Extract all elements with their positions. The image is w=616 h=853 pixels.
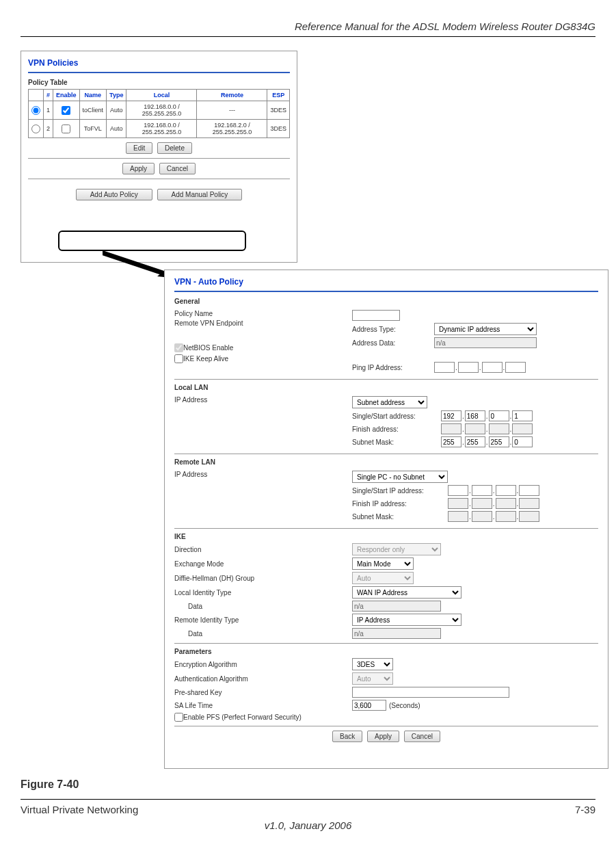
address-data-input[interactable] [434, 337, 537, 348]
cell-num: 2 [44, 120, 53, 138]
local-id-select[interactable]: WAN IP Address [352, 586, 461, 599]
add-manual-policy-button[interactable]: Add Manual Policy [157, 189, 243, 200]
ike-keepalive-label: IKE Keep Alive [183, 355, 228, 363]
cancel-button[interactable]: Cancel [404, 731, 440, 742]
ip-octet-input[interactable] [472, 498, 492, 509]
sa-input[interactable] [352, 700, 386, 711]
cell-type: Auto [107, 101, 126, 120]
row-select-radio[interactable] [31, 106, 40, 115]
dh-select[interactable]: Auto [352, 572, 414, 584]
back-button[interactable]: Back [332, 731, 362, 742]
cancel-button[interactable]: Cancel [159, 163, 196, 174]
ip-octet-input[interactable] [512, 436, 533, 447]
ip-octet-input[interactable] [489, 423, 509, 434]
ip-octet-input[interactable] [472, 511, 492, 522]
arrow-icon [103, 250, 171, 278]
remote-data-input[interactable] [352, 628, 441, 639]
th-enable: Enable [53, 90, 80, 101]
ip-octet-input[interactable] [519, 498, 539, 509]
cell-num: 1 [44, 101, 53, 120]
row-enable-checkbox[interactable] [62, 124, 70, 133]
page-footer: Virtual Private Networking 7-39 v1.0, Ja… [21, 799, 595, 831]
cell-local: 192.168.0.0 / 255.255.255.0 [126, 120, 197, 138]
params-head: Parameters [174, 648, 598, 655]
remote-ip-type-select[interactable]: Single PC - no Subnet [352, 471, 448, 483]
row-select-radio[interactable] [31, 124, 40, 133]
policy-name-label: Policy Name [174, 310, 311, 317]
ping-ip-group: ... [434, 362, 526, 373]
ip-octet-input[interactable] [496, 485, 516, 496]
cell-local: 192.168.0.0 / 255.255.255.0 [126, 101, 197, 120]
ip-octet-input[interactable] [448, 511, 468, 522]
svg-marker-0 [103, 250, 164, 275]
ip-octet-input[interactable] [472, 485, 492, 496]
ip-octet-input[interactable] [482, 362, 503, 373]
direction-select[interactable]: Responder only [352, 543, 441, 555]
remote-id-select[interactable]: IP Address [352, 614, 461, 626]
psk-input[interactable] [352, 687, 509, 698]
ip-octet-input[interactable] [512, 410, 533, 421]
ip-octet-input[interactable] [448, 498, 468, 509]
row-enable-checkbox[interactable] [62, 106, 70, 115]
pfs-checkbox[interactable] [174, 713, 183, 722]
vpn-auto-title: VPN - Auto Policy [174, 277, 598, 287]
netbios-label: NetBIOS Enable [183, 344, 233, 352]
figure-caption: Figure 7-40 [21, 778, 595, 791]
auth-select[interactable]: Auto [352, 672, 393, 685]
ike-keepalive-checkbox[interactable] [174, 354, 183, 363]
ip-octet-input[interactable] [434, 362, 455, 373]
remote-single-label: Single/Start IP address: [352, 487, 448, 495]
ip-octet-input[interactable] [519, 511, 539, 522]
divider [174, 379, 598, 380]
dh-label: Diffie-Hellman (DH) Group [174, 575, 352, 582]
ip-octet-input[interactable] [519, 485, 539, 496]
divider [174, 528, 598, 529]
ip-octet-input[interactable] [441, 410, 461, 421]
ip-octet-input[interactable] [441, 436, 461, 447]
cell-esp: 3DES [267, 120, 290, 138]
th-remote: Remote [197, 90, 267, 101]
pfs-label: Enable PFS (Perfect Forward Security) [183, 713, 302, 721]
local-id-label: Local Identity Type [174, 589, 352, 596]
divider [28, 72, 290, 73]
ip-octet-input[interactable] [458, 362, 479, 373]
ip-octet-input[interactable] [465, 410, 485, 421]
local-ip-type-select[interactable]: Subnet address [352, 396, 427, 408]
direction-label: Direction [174, 546, 352, 553]
local-mask-label: Subnet Mask: [352, 438, 441, 446]
ip-octet-input[interactable] [465, 436, 485, 447]
th-local: Local [126, 90, 197, 101]
remote-endpoint-label: Remote VPN Endpoint [174, 319, 311, 327]
ip-octet-input[interactable] [441, 423, 461, 434]
ip-octet-input[interactable] [465, 423, 485, 434]
delete-button[interactable]: Delete [157, 142, 192, 154]
ip-octet-input[interactable] [512, 423, 533, 434]
ip-octet-input[interactable] [489, 436, 509, 447]
auth-label: Authentication Algorithm [174, 675, 352, 683]
ip-octet-input[interactable] [489, 410, 509, 421]
add-auto-policy-button[interactable]: Add Auto Policy [76, 189, 152, 200]
ike-head: IKE [174, 533, 598, 540]
local-data-input[interactable] [352, 601, 441, 612]
policy-table-label: Policy Table [28, 79, 290, 86]
footer-version: v1.0, January 2006 [21, 819, 595, 831]
apply-button[interactable]: Apply [367, 731, 399, 742]
table-row: 1 toClient Auto 192.168.0.0 / 255.255.25… [29, 101, 290, 120]
address-type-label: Address Type: [352, 326, 434, 333]
enc-select[interactable]: 3DES [352, 658, 393, 670]
doc-header: Reference Manual for the ADSL Modem Wire… [21, 21, 595, 37]
ip-octet-input[interactable] [448, 485, 468, 496]
ip-octet-input[interactable] [496, 511, 516, 522]
edit-button[interactable]: Edit [126, 142, 152, 154]
ip-octet-input[interactable] [496, 498, 516, 509]
general-head: General [174, 298, 598, 305]
local-lan-head: Local LAN [174, 384, 598, 391]
policy-name-input[interactable] [352, 310, 400, 321]
netbios-checkbox[interactable] [174, 343, 183, 352]
exchange-select[interactable]: Main Mode [352, 557, 414, 570]
divider [174, 726, 598, 726]
address-type-select[interactable]: Dynamic IP address [434, 323, 537, 335]
apply-button[interactable]: Apply [122, 163, 155, 174]
ip-octet-input[interactable] [505, 362, 526, 373]
exchange-label: Exchange Mode [174, 560, 352, 568]
